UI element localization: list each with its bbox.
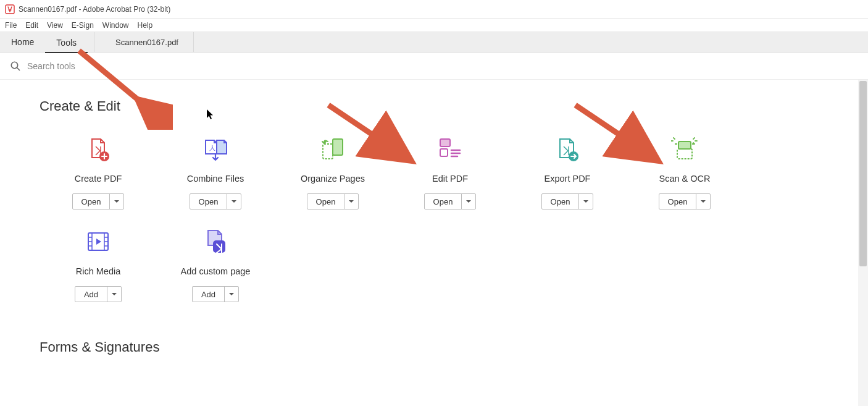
dropdown-button[interactable] — [110, 194, 123, 209]
tool-label: Create PDF — [75, 174, 122, 184]
menu-help[interactable]: Help — [138, 21, 153, 30]
add-button[interactable]: Add — [193, 287, 225, 302]
dropdown-button[interactable] — [227, 194, 241, 209]
rich-media-icon — [85, 228, 112, 255]
section-title-forms-signatures: Forms & Signatures — [40, 339, 828, 355]
svg-rect-6 — [333, 139, 343, 155]
tab-divider — [94, 32, 94, 52]
open-button[interactable]: Open — [542, 194, 580, 209]
add-custom-page-icon — [202, 228, 229, 255]
scrollbar-thumb[interactable] — [859, 81, 867, 266]
tool-scan-ocr[interactable]: Scan & OCR Open — [626, 135, 743, 209]
search-input[interactable] — [27, 61, 212, 71]
tool-edit-pdf[interactable]: Edit PDF Open — [391, 135, 509, 209]
dropdown-button[interactable] — [344, 194, 358, 209]
svg-text:人: 人 — [209, 145, 215, 151]
tool-label: Scan & OCR — [659, 174, 711, 184]
menu-window[interactable]: Window — [102, 21, 129, 30]
dropdown-button[interactable] — [579, 194, 593, 209]
add-button[interactable]: Add — [75, 287, 107, 302]
tool-rich-media[interactable]: Rich Media Add — [40, 228, 157, 302]
dropdown-button[interactable] — [696, 194, 710, 209]
section-title-create-edit: Create & Edit — [40, 98, 828, 114]
tool-label: Combine Files — [187, 174, 244, 184]
menu-file[interactable]: File — [5, 21, 17, 30]
menu-bar: File Edit View E-Sign Window Help — [0, 19, 868, 32]
add-button-group: Add — [75, 286, 122, 302]
tool-organize-pages[interactable]: Organize Pages Open — [274, 135, 391, 209]
open-button[interactable]: Open — [190, 194, 228, 209]
open-button-group: Open — [72, 193, 125, 209]
tools-row-create-edit: Create PDF Open 人 Combine Files Open Org… — [40, 135, 828, 321]
dropdown-button[interactable] — [107, 287, 121, 302]
tab-home[interactable]: Home — [0, 32, 45, 52]
open-button[interactable]: Open — [659, 194, 697, 209]
create-pdf-icon — [85, 135, 112, 163]
dropdown-button[interactable] — [225, 287, 238, 302]
tool-label: Rich Media — [76, 266, 121, 276]
svg-line-2 — [17, 67, 20, 70]
tool-label: Edit PDF — [432, 174, 468, 184]
open-button[interactable]: Open — [425, 194, 462, 209]
scan-ocr-icon — [671, 135, 698, 163]
combine-files-icon: 人 — [202, 135, 229, 163]
window-title: Scannen0167.pdf - Adobe Acrobat Pro (32-… — [19, 5, 170, 14]
svg-rect-7 — [440, 139, 450, 146]
tool-label: Export PDF — [545, 174, 591, 184]
titlebar: Scannen0167.pdf - Adobe Acrobat Pro (32-… — [0, 0, 868, 19]
menu-esign[interactable]: E-Sign — [72, 21, 94, 30]
open-button[interactable]: Open — [307, 194, 345, 209]
tab-tools[interactable]: Tools — [45, 33, 88, 53]
svg-rect-5 — [323, 144, 333, 159]
search-icon — [10, 61, 21, 72]
tab-document[interactable]: Scannen0167.pdf — [101, 32, 194, 52]
tool-label: Add custom page — [181, 266, 251, 276]
open-button-group: Open — [424, 193, 477, 209]
tool-export-pdf[interactable]: Export PDF Open — [509, 135, 626, 209]
tool-label: Organize Pages — [301, 174, 365, 184]
open-button-group: Open — [190, 193, 242, 209]
svg-rect-8 — [440, 149, 448, 156]
svg-rect-13 — [677, 149, 692, 159]
search-bar — [0, 53, 868, 80]
tool-add-custom-page[interactable]: Add custom page Add — [157, 228, 274, 302]
export-pdf-icon — [554, 135, 581, 163]
menu-view[interactable]: View — [47, 21, 63, 30]
open-button[interactable]: Open — [73, 194, 111, 209]
svg-rect-14 — [678, 142, 691, 149]
add-button-group: Add — [192, 286, 239, 302]
edit-pdf-icon — [436, 135, 464, 163]
dropdown-button[interactable] — [462, 194, 475, 209]
tool-combine-files[interactable]: 人 Combine Files Open — [157, 135, 274, 209]
svg-rect-0 — [6, 5, 14, 14]
open-button-group: Open — [541, 193, 594, 209]
tab-bar: Home Tools Scannen0167.pdf — [0, 32, 868, 53]
content-area: Create & Edit Create PDF Open 人 Combine … — [0, 80, 868, 406]
open-button-group: Open — [307, 193, 359, 209]
tool-create-pdf[interactable]: Create PDF Open — [40, 135, 157, 209]
open-button-group: Open — [659, 193, 711, 209]
organize-pages-icon — [319, 135, 346, 163]
svg-point-1 — [11, 62, 17, 68]
menu-edit[interactable]: Edit — [25, 21, 38, 30]
acrobat-icon — [5, 4, 15, 14]
